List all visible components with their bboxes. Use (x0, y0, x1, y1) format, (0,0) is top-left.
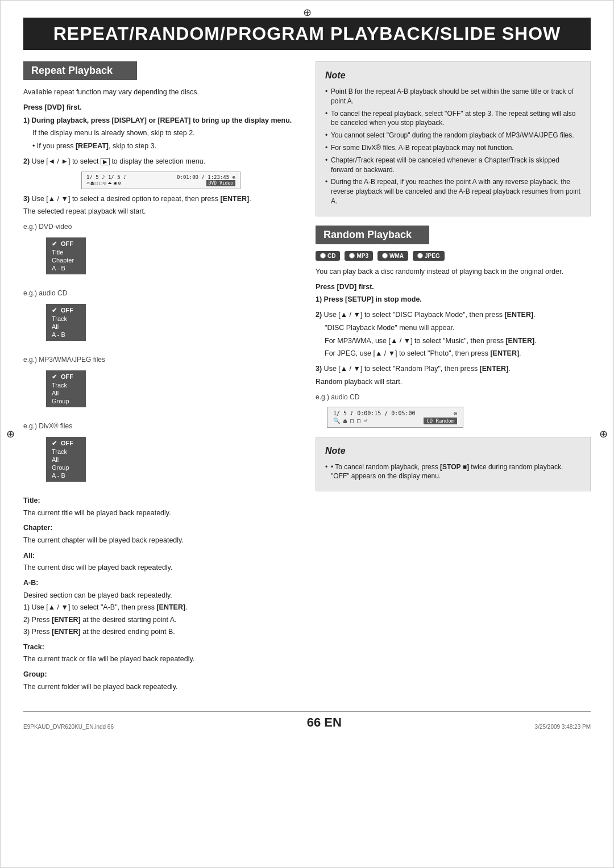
eg-divx-label: e.g.) DivX® files (23, 421, 298, 431)
menu-dvd: ✔ OFF Title Chapter A - B (46, 237, 86, 274)
cd-random-label: CD Random (424, 418, 457, 424)
random-display-row2: 🔍 ⏏ □ □ ⏎ CD Random (333, 418, 457, 424)
disc-icons: CD MP3 WMA JPEG (316, 251, 591, 261)
display-track: 1/ 5 ♪ 1/ 5 ♪ (86, 174, 126, 180)
title-desc: The current title will be played back re… (23, 508, 298, 519)
track-term: Track: (23, 642, 298, 653)
random-step2-label: 2) Use [▲ / ▼] to select "DISC Playback … (316, 310, 591, 320)
step1-label: 1) During playback, press [DISPLAY] or [… (23, 115, 298, 126)
mp3-label: MP3 (356, 253, 368, 259)
wma-circle (382, 253, 388, 258)
ab-step2: 2) Press [ENTER] at the desired starting… (23, 615, 298, 625)
note-list-random: • To cancel random playback, press [STOP… (325, 462, 581, 482)
step1-sub: If the display menu is already shown, sk… (32, 128, 298, 139)
eg-dvd-label: e.g.) DVD-video (23, 222, 298, 232)
wma-label: WMA (389, 253, 404, 259)
press-dvd-random: Press [DVD] first. (316, 282, 591, 293)
menu-mp3-group: Group (52, 397, 80, 405)
random-display-box: 1/ 5 ♪ 0:00:15 / 0:05:00 ⊕ 🔍 ⏏ □ □ ⏎ CD … (327, 407, 463, 428)
menu-mp3: ✔ OFF Track All Group (46, 370, 86, 407)
menu-mp3-all: All (52, 389, 80, 397)
step3-sub: The selected repeat playback will start. (23, 206, 298, 217)
jpeg-circle (417, 253, 423, 258)
mp3-circle (349, 253, 355, 258)
random-intro: You can play back a disc randomly instea… (316, 266, 591, 277)
menu-divx-all: All (52, 456, 80, 464)
reg-mark-right: ⊕ (599, 428, 608, 440)
ab-step3: 3) Press [ENTER] at the desired ending p… (23, 627, 298, 637)
ab-step1: 1) Use [▲ / ▼] to select "A-B", then pre… (23, 603, 298, 613)
menu-divx-off: ✔ OFF (52, 439, 80, 448)
random-icons: 🔍 ⏏ □ □ ⏎ (333, 418, 367, 424)
cd-circle (320, 253, 326, 258)
note-title-random: Note (325, 444, 581, 458)
eg-cd-block: e.g.) audio CD ✔ OFF Track All A - B (23, 288, 298, 345)
random-step2-mp3: For MP3/WMA, use [▲ / ▼] to select "Musi… (325, 336, 591, 347)
step2-label: 2) Use [◄ / ►] to select ▶ to display th… (23, 156, 298, 167)
random-step2-sub: "DISC Playback Mode" menu will appear. (325, 323, 591, 333)
ab-term: A-B: (23, 578, 298, 589)
random-eg-cd-label: e.g.) audio CD (316, 392, 591, 402)
reg-mark-top: ⊕ (303, 6, 312, 19)
random-step3-sub: Random playback will start. (316, 377, 591, 387)
cd-icon: CD (316, 251, 340, 261)
step3-repeat: 3) Use [▲ / ▼] to select a desired optio… (23, 194, 298, 218)
footer-file: E9PKAUD_DVR620KU_EN.indd 66 (23, 724, 114, 730)
main-content: Repeat Playback Available repeat functio… (23, 61, 591, 694)
page-wrapper: ⊕ ⊕ ⊕ REPEAT/RANDOM/PROGRAM PLAYBACK/SLI… (0, 0, 614, 868)
page-title: REPEAT/RANDOM/PROGRAM PLAYBACK/SLIDE SHO… (23, 18, 591, 50)
menu-dvd-title: Title (52, 248, 80, 256)
all-term: All: (23, 550, 298, 561)
title-term: Title: (23, 495, 298, 506)
jpeg-label: JPEG (425, 253, 440, 259)
reg-mark-left: ⊕ (6, 428, 15, 440)
ab-desc: Desired section can be played back repea… (23, 591, 298, 601)
display-time: 0:01:00 / 1:23:45 ⊕ (177, 174, 235, 180)
note-box-random: Note • To cancel random playback, press … (316, 437, 591, 492)
note-item-6: During the A-B repeat, if you reaches th… (325, 177, 581, 206)
menu-divx-group: Group (52, 464, 80, 471)
step2-repeat: 2) Use [◄ / ►] to select ▶ to display th… (23, 156, 298, 167)
note-item-1: Point B for the repeat A-B playback shou… (325, 87, 581, 106)
note-item-2: To cancel the repeat playback, select "O… (325, 109, 581, 128)
display-box-step2: 1/ 5 ♪ 1/ 5 ♪ 0:01:00 / 1:23:45 ⊕ ⏎⏏□□⊙⏶… (81, 172, 240, 189)
random-step1: 1) Press [SETUP] in stop mode. (316, 294, 591, 305)
group-desc: The current folder will be played back r… (23, 682, 298, 692)
all-desc: The current disc will be played back rep… (23, 563, 298, 573)
mp3-icon: MP3 (345, 251, 373, 261)
random-note-item-1: • To cancel random playback, press [STOP… (325, 462, 581, 482)
eg-divx-block: e.g.) DivX® files ✔ OFF Track All Group … (23, 421, 298, 486)
display-row1: 1/ 5 ♪ 1/ 5 ♪ 0:01:00 / 1:23:45 ⊕ (86, 174, 235, 180)
right-column: Note Point B for the repeat A-B playback… (316, 61, 591, 694)
note-item-4: For some DivX® files, A-B repeat playbac… (325, 143, 581, 153)
note-list-repeat: Point B for the repeat A-B playback shou… (325, 87, 581, 206)
repeat-intro: Available repeat function may vary depen… (23, 87, 298, 98)
eg-mp3-block: e.g.) MP3/WMA/JPEG files ✔ OFF Track All… (23, 354, 298, 412)
left-column: Repeat Playback Available repeat functio… (23, 61, 298, 694)
chapter-term: Chapter: (23, 523, 298, 533)
random-btn: ⊕ (454, 410, 457, 416)
footer-date: 3/25/2009 3:48:23 PM (535, 724, 591, 730)
random-step1-label: 1) Press [SETUP] in stop mode. (316, 294, 591, 305)
page-number: 66 EN (307, 715, 342, 730)
jpeg-icon: JPEG (413, 251, 445, 261)
dvd-label: DVD Video (206, 180, 235, 186)
menu-cd-off: ✔ OFF (52, 306, 80, 315)
step1-sub2: • If you press [REPEAT], skip to step 3. (32, 141, 298, 152)
repeat-playback-header: Repeat Playback (23, 61, 137, 80)
menu-dvd-chapter: Chapter (52, 256, 80, 264)
chapter-desc: The current chapter will be played back … (23, 536, 298, 546)
menu-cd: ✔ OFF Track All A - B (46, 304, 86, 341)
cd-label: CD (327, 253, 335, 259)
menu-mp3-off: ✔ OFF (52, 373, 80, 381)
menu-dvd-ab: A - B (52, 264, 80, 272)
menu-cd-all: All (52, 323, 80, 331)
display-icons: ⏎⏏□□⊙⏶◉⚙ (86, 180, 121, 186)
random-step3: 3) Use [▲ / ▼] to select "Random Play", … (316, 364, 591, 387)
menu-mp3-track: Track (52, 381, 80, 389)
note-item-5: Chapter/Track repeat will be canceled wh… (325, 156, 581, 175)
definitions: Title: The current title will be played … (23, 495, 298, 692)
note-title-repeat: Note (325, 69, 581, 82)
random-playback-header: Random Playback (316, 226, 429, 244)
press-dvd-repeat: Press [DVD] first. (23, 102, 298, 113)
